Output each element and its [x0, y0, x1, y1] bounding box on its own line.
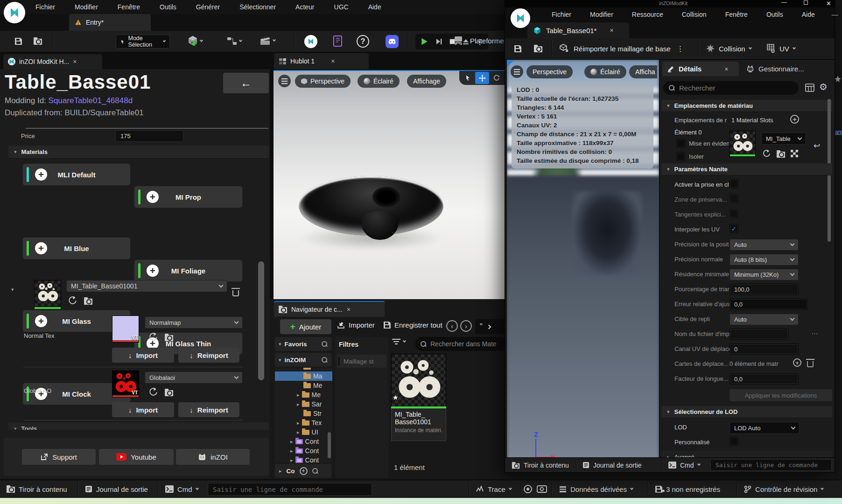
menu-collision[interactable]: Collision	[680, 11, 709, 18]
lod-picker-header[interactable]: ▾ Sélectionneur de LOD	[661, 406, 832, 418]
property-checkbox[interactable]: ✓	[730, 179, 738, 188]
cmd-input[interactable]	[208, 483, 372, 496]
support-button[interactable]: Support	[22, 449, 96, 465]
material-instance-thumbnail[interactable]	[34, 280, 61, 307]
property-input[interactable]	[730, 329, 788, 340]
kebab-icon[interactable]: ⋮	[677, 44, 684, 53]
help-icon[interactable]: ?	[357, 35, 369, 48]
use-selected-icon[interactable]	[68, 296, 77, 306]
material-button-mi-foliage[interactable]: +MI Foliage	[134, 259, 243, 282]
material-slots-header[interactable]: ▾ Emplacements de matériau	[661, 100, 832, 112]
tools-header[interactable]: ▾ Tools	[8, 422, 269, 430]
reimport-normal-button[interactable]: ↓Reimport	[178, 348, 239, 363]
material-button-mi-blue[interactable]: +MI Blue	[22, 237, 131, 259]
viewport-tab[interactable]: Hublot 1 ×	[274, 53, 369, 69]
isolate-checkbox[interactable]: ✓	[676, 152, 685, 161]
nanite-header[interactable]: ▾ Paramètres Nanite	[661, 163, 832, 175]
perspective-pill[interactable]: Perspective	[295, 75, 351, 88]
panel-scrollbar[interactable]	[258, 261, 264, 380]
output-log-button[interactable]: Journal de sortie	[582, 458, 642, 472]
search-icon[interactable]	[322, 357, 328, 363]
use-selected-icon[interactable]	[148, 387, 158, 397]
close-icon[interactable]: ×	[331, 57, 335, 65]
browse-content-icon[interactable]	[34, 37, 42, 45]
favorites-header[interactable]: ▾ Favoris	[275, 337, 331, 351]
property-input[interactable]: 0,0	[730, 373, 799, 385]
property-input[interactable]: 0,0	[730, 299, 808, 310]
property-checkbox-checked[interactable]: ✓	[730, 224, 738, 233]
material-instance-dropdown[interactable]: MI_Table_Basse01001	[66, 280, 227, 292]
content-browser-tab[interactable]: Navigateur de c... ×	[274, 301, 385, 317]
menu-fichier[interactable]: Fichier	[550, 11, 573, 18]
trash-icon[interactable]	[807, 359, 814, 367]
add-collection-icon[interactable]: +	[300, 467, 308, 475]
price-input[interactable]	[115, 130, 183, 142]
screenshot-icon[interactable]	[537, 484, 547, 494]
content-drawer-button[interactable]: Tiroir à contenu	[512, 458, 569, 472]
tree-item[interactable]: ▸UI	[275, 427, 332, 437]
play-icon[interactable]	[420, 37, 428, 46]
save-icon[interactable]	[15, 38, 22, 45]
tree-item[interactable]: ▸Me	[275, 390, 332, 399]
inzoi-tool-icon[interactable]	[304, 35, 317, 48]
menu-generer[interactable]: Générer	[194, 3, 222, 11]
nav-back-icon[interactable]: ‹	[446, 320, 458, 332]
trace-button[interactable]: Trace	[476, 480, 512, 498]
modding-id-link[interactable]: SquareTable01_46848d	[49, 96, 133, 105]
manager-tab[interactable]: Gestionnaire...	[743, 62, 819, 76]
property-dropdown[interactable]: Auto (8 bits)	[730, 254, 799, 266]
import-normal-button[interactable]: ↓Import	[112, 348, 174, 363]
link-fragment[interactable]: are	[835, 129, 842, 135]
expand-arrow-icon[interactable]: ▾	[11, 287, 14, 293]
checker-swap-icon[interactable]	[791, 150, 799, 158]
cmd-dropdown[interactable]: Cmd	[668, 458, 700, 472]
add-button[interactable]: + Ajouter	[280, 319, 331, 334]
lit-pill[interactable]: Éclairé	[358, 75, 400, 88]
taskbar-strip[interactable]	[0, 498, 842, 504]
tree-item[interactable]: ▸Tex	[275, 418, 332, 427]
tree-item-selected[interactable]: Ma	[275, 371, 332, 381]
asset-search[interactable]: Rechercher dans Mate	[415, 337, 509, 351]
save-all-button[interactable]: Enregistrer tout	[384, 321, 442, 329]
rotate-tool-icon[interactable]	[490, 72, 503, 84]
mode-select-dropdown[interactable]: Mode Sélection	[116, 35, 170, 49]
browse-content-icon[interactable]	[534, 45, 542, 52]
trash-icon[interactable]	[232, 288, 239, 296]
move-tool-icon[interactable]	[475, 72, 489, 84]
menu-ressource[interactable]: Ressource	[630, 11, 665, 18]
perspective-pill[interactable]: Perspective	[526, 65, 573, 78]
browse-to-asset-icon[interactable]	[84, 299, 92, 305]
menu-fenetre[interactable]: Fenêtre	[723, 11, 750, 18]
insights-target-icon[interactable]	[524, 485, 532, 493]
unsaved-button[interactable]: * 3 non enregistrés	[655, 480, 720, 498]
menu-fenetre[interactable]: Fenêtre	[116, 3, 142, 11]
slot-material-dropdown[interactable]: MI_Table	[761, 133, 806, 145]
tree-item[interactable]: Str	[275, 409, 332, 418]
import-button[interactable]: Importer	[337, 321, 375, 329]
filter-menu-button[interactable]	[392, 338, 406, 345]
display-filter-icon[interactable]	[805, 84, 814, 92]
reimport-base-mesh-button[interactable]: Réimporter le maillage de base ⋮	[559, 43, 684, 54]
level-tab-entry[interactable]: Entry*	[69, 14, 151, 31]
cinematics-button[interactable]	[260, 36, 275, 46]
custom-checkbox[interactable]: ✓	[730, 437, 738, 446]
viewport-menu-icon[interactable]	[511, 65, 523, 78]
search-icon[interactable]	[312, 468, 318, 474]
youtube-button[interactable]: Youtube	[99, 449, 174, 465]
back-button[interactable]: ←	[223, 73, 269, 93]
menu-fichier[interactable]: Fichier	[34, 3, 57, 11]
show-pill[interactable]: Affichage	[407, 75, 446, 88]
collections-bar[interactable]: ▸ Co +	[275, 464, 331, 478]
details-search[interactable]: Rechercher	[663, 81, 799, 95]
global-ao-dropdown[interactable]: Globalaoi	[145, 371, 243, 384]
undo-icon[interactable]: ↩	[814, 141, 820, 151]
minimize-icon[interactable]: —	[781, 0, 787, 6]
menu-outils[interactable]: Outils	[158, 3, 178, 11]
tree-item[interactable]: ▸Cont	[275, 437, 332, 446]
asset-tile[interactable]: * MI_Table_ Basse01001 Instance de matér…	[391, 354, 447, 441]
revision-control-button[interactable]: Contrôle de révision	[744, 480, 823, 498]
uv-dropdown[interactable]: UV	[766, 44, 795, 53]
use-selected-icon[interactable]	[762, 149, 771, 158]
collision-dropdown[interactable]: Collision	[706, 44, 751, 53]
search-icon[interactable]	[322, 341, 328, 347]
